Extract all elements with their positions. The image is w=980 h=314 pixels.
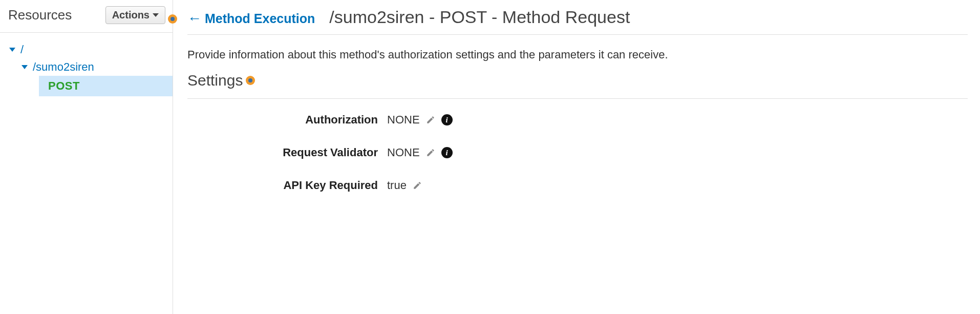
setting-label-request-validator: Request Validator [187, 146, 387, 159]
section-indicator-dot-icon[interactable] [246, 76, 255, 85]
pencil-icon[interactable] [425, 114, 436, 125]
actions-button-label: Actions [112, 9, 150, 21]
settings-section-title: Settings [187, 72, 243, 89]
arrow-left-icon: ← [187, 11, 202, 26]
pencil-icon[interactable] [412, 180, 423, 191]
tree-method-post[interactable]: POST [39, 76, 173, 96]
setting-value-request-validator: NONE i [387, 146, 453, 159]
method-description: Provide information about this method's … [187, 35, 968, 72]
back-link-label: Method Execution [205, 11, 315, 26]
actions-button[interactable]: Actions [105, 6, 165, 24]
tree-root-label: / [20, 43, 24, 56]
setting-value-api-key-required: true [387, 179, 423, 192]
resources-tree: / /sumo2siren POST [0, 33, 173, 96]
pencil-icon[interactable] [425, 147, 436, 158]
settings-grid: Authorization NONE i Request Validator N… [187, 99, 968, 192]
triangle-down-icon [22, 65, 28, 69]
setting-row-api-key-required: API Key Required true [187, 179, 968, 192]
setting-value-authorization: NONE i [387, 113, 453, 127]
main-header: ← Method Execution /sumo2siren - POST - … [187, 7, 968, 35]
info-icon[interactable]: i [441, 147, 453, 158]
setting-row-request-validator: Request Validator NONE i [187, 146, 968, 159]
page-title: /sumo2siren - POST - Method Request [329, 7, 630, 27]
tree-resource-label: /sumo2siren [33, 60, 94, 74]
settings-section-header: Settings [187, 72, 968, 99]
setting-row-authorization: Authorization NONE i [187, 113, 968, 127]
pane-indicator-dot-icon[interactable] [168, 14, 177, 24]
method-execution-back-link[interactable]: ← Method Execution [187, 11, 315, 26]
request-validator-value-text: NONE [387, 146, 420, 159]
api-key-required-value-text: true [387, 179, 407, 192]
setting-label-api-key-required: API Key Required [187, 179, 387, 192]
resources-sidebar: Resources Actions / /sumo2siren POST [0, 0, 173, 314]
sidebar-title: Resources [8, 7, 72, 23]
triangle-down-icon [9, 48, 15, 52]
caret-down-icon [153, 13, 159, 17]
tree-resource[interactable]: /sumo2siren [8, 58, 173, 76]
tree-root[interactable]: / [8, 41, 173, 58]
tree-method-label: POST [48, 79, 80, 93]
authorization-value-text: NONE [387, 113, 420, 127]
setting-label-authorization: Authorization [187, 113, 387, 127]
sidebar-header: Resources Actions [0, 6, 173, 33]
main-panel: ← Method Execution /sumo2siren - POST - … [173, 0, 980, 314]
info-icon[interactable]: i [441, 114, 453, 125]
